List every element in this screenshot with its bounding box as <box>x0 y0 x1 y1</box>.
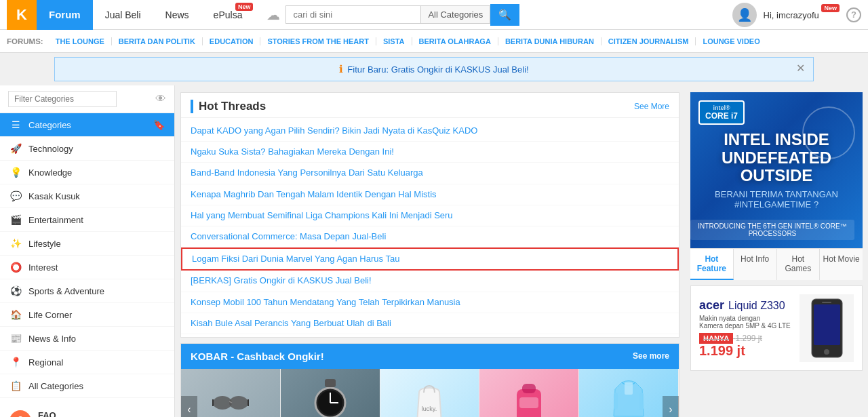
nav-epulsa[interactable]: ePulsa New <box>201 0 255 30</box>
acer-desc: Makin nyata denganKamera depan 5MP & 4G … <box>699 315 793 330</box>
thread-item-8[interactable]: [BERKAS] Gratis Ongkir di KASKUS Jual Be… <box>181 271 679 292</box>
thread-item-4[interactable]: Kenapa Maghrib Dan Tengah Malam Identik … <box>181 184 679 205</box>
kobar-seemore[interactable]: See more <box>633 351 669 361</box>
sidebar-item-categories[interactable]: ☰ Categories 🔖 <box>0 113 174 137</box>
kobar-header: KOBAR - Cashback Ongkir! See more <box>181 344 679 369</box>
faq-item[interactable]: ? FAQProvide Solution <box>0 405 174 417</box>
main-layout: 👁 ☰ Categories 🔖 🚀 Technology 💡 Knowledg… <box>0 85 868 417</box>
hot-threads-seemore[interactable]: See More <box>634 102 669 111</box>
svg-point-18 <box>803 107 854 159</box>
nav-right: 👤 Hi, imcrazyofu New ? <box>732 3 862 27</box>
sidebar: 👁 ☰ Categories 🔖 🚀 Technology 💡 Knowledg… <box>0 85 175 417</box>
sidebar-item-sports[interactable]: ⚽ Sports & Adventure <box>0 279 174 303</box>
nav-jualbeli[interactable]: Jual Beli <box>93 0 153 30</box>
cloud-icon: ☁ <box>261 3 285 27</box>
forum-citizen[interactable]: CITIZEN JOURNALISM <box>601 37 696 45</box>
svg-rect-9 <box>325 379 336 387</box>
thread-item-10[interactable]: Kisah Bule Asal Perancis Yang Berbuat Ul… <box>181 313 679 334</box>
acer-price-label: HANYA 1.299 jt <box>699 334 793 343</box>
sidebar-item-allcategories[interactable]: 📋 All Categories <box>0 374 174 398</box>
thread-item-2[interactable]: Ngaku Suka Sista? Bahagiakan Mereka Deng… <box>181 142 679 163</box>
interest-icon: ⭕ <box>9 262 22 273</box>
sidebar-item-newsinfo[interactable]: 📰 News & Info <box>0 327 174 351</box>
forum-education[interactable]: EDUCATION <box>203 37 261 45</box>
sidebar-item-entertainment[interactable]: 🎬 Entertainment <box>0 208 174 232</box>
acer-hanya-badge: HANYA <box>699 333 733 344</box>
sidebar-label-sports: Sports & Adventure <box>28 286 104 296</box>
tab-hot-movie[interactable]: Hot Movie <box>820 249 863 280</box>
thread-item-1[interactable]: Dapat KADO yang Agan Pilih Sendiri? Biki… <box>181 121 679 142</box>
lifecorner-icon: 🏠 <box>9 309 22 320</box>
thread-item-3[interactable]: Band-Band Indonesia Yang Personilnya Dar… <box>181 163 679 184</box>
kobar-product-4[interactable]: Ransel VISVAL- <box>479 369 579 417</box>
forum-olahraga[interactable]: BERITA OLAHRAGA <box>412 37 498 45</box>
tab-hot-games[interactable]: Hot Games <box>777 249 821 280</box>
product-img-2 <box>281 369 380 417</box>
sidebar-item-lifecorner[interactable]: 🏠 Life Corner <box>0 303 174 327</box>
faq-text: FAQProvide Solution <box>38 410 92 417</box>
faq-icon: ? <box>9 410 31 417</box>
forum-sista[interactable]: SISTA <box>376 37 412 45</box>
acer-brand: acer <box>699 298 724 313</box>
forum-hiburan[interactable]: BERITA DUNIA HIBURAN <box>498 37 601 45</box>
help-icon[interactable]: ? <box>846 7 861 22</box>
svg-rect-20 <box>814 304 840 345</box>
right-panel: intel® CORE i7 INTEL INSIDEUNDEFEATEDOUT… <box>685 85 868 417</box>
nav-news[interactable]: News <box>153 0 201 30</box>
forum-stories[interactable]: STORIES FROM THE HEART <box>260 37 376 45</box>
sidebar-item-knowledge[interactable]: 💡 Knowledge <box>0 161 174 184</box>
thread-item-6[interactable]: Conversational Commerce: Masa Depan Jual… <box>181 226 679 247</box>
thread-item-5[interactable]: Hal yang Membuat Semifinal Liga Champion… <box>181 205 679 226</box>
kobar-next[interactable]: › <box>663 396 679 417</box>
eye-icon[interactable]: 👁 <box>155 93 166 105</box>
info-icon: ℹ <box>339 63 343 75</box>
forum-berita-dan-politik[interactable]: BERITA DAN POLITIK <box>112 37 203 45</box>
svg-point-21 <box>824 349 829 355</box>
svg-rect-14 <box>519 397 538 408</box>
newsinfo-icon: 📰 <box>9 333 22 344</box>
svg-point-1 <box>229 396 248 410</box>
tab-hot-feature[interactable]: Hot Feature <box>690 249 734 280</box>
sidebar-label-technology: Technology <box>28 144 73 154</box>
nav-links: Jual Beli News ePulsa New <box>93 0 255 30</box>
thread-item-9[interactable]: Konsep Mobil 100 Tahun Mendatang Yang Te… <box>181 292 679 313</box>
sidebar-item-lifestyle[interactable]: ✨ Lifestyle <box>0 232 174 256</box>
forum-the-lounge[interactable]: THE LOUNGE <box>49 37 112 45</box>
notif-close[interactable]: ✕ <box>796 62 805 75</box>
sidebar-label-knowledge: Knowledge <box>28 167 72 178</box>
sidebar-label-kasak: Kasak Kusuk <box>28 191 80 201</box>
sidebar-item-kasak-kusuk[interactable]: 💬 Kasak Kusuk <box>0 184 174 208</box>
regional-icon: 📍 <box>9 357 22 368</box>
sidebar-label-lifestyle: Lifestyle <box>28 239 61 249</box>
sidebar-item-interest[interactable]: ⭕ Interest <box>0 256 174 279</box>
svg-rect-22 <box>822 302 831 303</box>
search-input[interactable] <box>285 5 421 24</box>
filter-input[interactable] <box>8 91 117 107</box>
forum-lounge-video[interactable]: LOUNGE VIDEO <box>696 37 766 45</box>
forum-nav-item[interactable]: Forum <box>37 0 93 30</box>
acer-price-new: 1.199 jt <box>699 343 793 359</box>
kobar-product-2[interactable]: Casio MW-600F- <box>281 369 380 417</box>
category-dropdown[interactable]: All Categories <box>421 5 490 24</box>
phone-svg <box>808 298 846 359</box>
sidebar-item-technology[interactable]: 🚀 Technology <box>0 137 174 161</box>
search-button[interactable]: 🔍 <box>490 4 519 26</box>
notif-text: Fitur Baru: Gratis Ongkir di KASKUS Jual… <box>347 64 528 75</box>
forums-bar: FORUMS: THE LOUNGE BERITA DAN POLITIK ED… <box>0 30 868 53</box>
hot-threads-header: Hot Threads See More <box>181 93 679 118</box>
sidebar-item-regional[interactable]: 📍 Regional <box>0 351 174 374</box>
thread-item-7[interactable]: Logam Fiksi Dari Dunia Marvel Yang Agan … <box>181 247 679 271</box>
acer-img <box>800 294 854 362</box>
logo[interactable]: K <box>7 0 37 30</box>
top-nav: K Forum Jual Beli News ePulsa New ☁ All … <box>0 0 868 30</box>
tabs-row: Hot Feature Hot Info Hot Games Hot Movie <box>690 248 863 280</box>
notif-wrapper: ℹ Fitur Baru: Gratis Ongkir di KASKUS Ju… <box>0 53 868 85</box>
kobar-product-3[interactable]: lucky. Leilodesign- <box>380 369 480 417</box>
kobar-prev[interactable]: ‹ <box>181 396 197 417</box>
acer-model: Liquid Z330 <box>728 300 785 312</box>
sidebar-label-categories: Categories <box>28 120 71 130</box>
entertainment-icon: 🎬 <box>9 214 22 225</box>
tab-hot-info[interactable]: Hot Info <box>734 249 777 280</box>
backpack-svg <box>509 376 549 417</box>
hot-threads-box: Hot Threads See More Dapat KADO yang Aga… <box>180 92 679 338</box>
